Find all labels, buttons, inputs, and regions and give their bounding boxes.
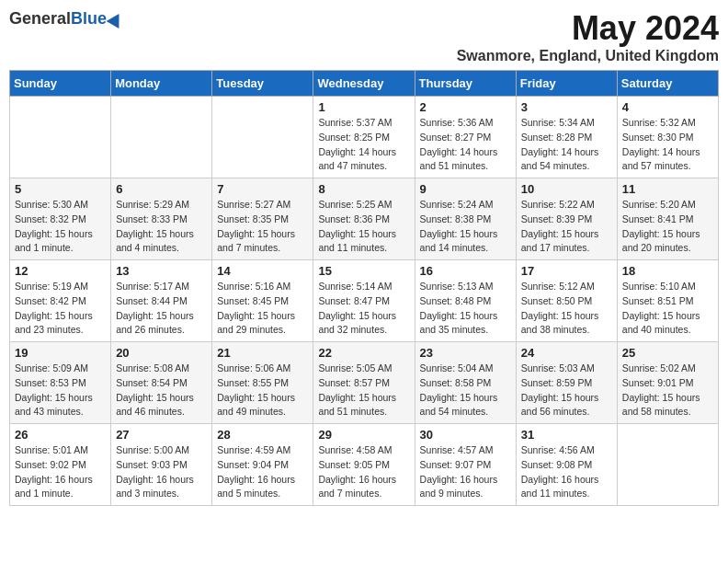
- day-number: 21: [217, 346, 308, 360]
- calendar-cell: 25Sunrise: 5:02 AM Sunset: 9:01 PM Dayli…: [617, 342, 718, 424]
- calendar-cell: 21Sunrise: 5:06 AM Sunset: 8:55 PM Dayli…: [212, 342, 313, 424]
- cell-sun-info: Sunrise: 5:14 AM Sunset: 8:47 PM Dayligh…: [318, 280, 409, 338]
- cell-sun-info: Sunrise: 5:16 AM Sunset: 8:45 PM Dayligh…: [217, 280, 308, 338]
- day-number: 6: [116, 182, 207, 196]
- cell-sun-info: Sunrise: 5:03 AM Sunset: 8:59 PM Dayligh…: [521, 362, 612, 419]
- day-number: 3: [521, 100, 612, 114]
- cell-sun-info: Sunrise: 5:27 AM Sunset: 8:35 PM Dayligh…: [217, 198, 308, 256]
- day-number: 29: [318, 428, 409, 442]
- calendar-cell: 9Sunrise: 5:24 AM Sunset: 8:38 PM Daylig…: [415, 178, 516, 260]
- cell-sun-info: Sunrise: 5:02 AM Sunset: 9:01 PM Dayligh…: [622, 362, 713, 419]
- weekday-header-row: SundayMondayTuesdayWednesdayThursdayFrid…: [10, 71, 719, 97]
- calendar-cell: 29Sunrise: 4:58 AM Sunset: 9:05 PM Dayli…: [313, 424, 415, 506]
- logo-general-text: General: [9, 9, 71, 29]
- cell-sun-info: Sunrise: 5:09 AM Sunset: 8:53 PM Dayligh…: [15, 362, 106, 419]
- page-header: General Blue May 2024 Swanmore, England,…: [9, 9, 719, 64]
- calendar-cell: 19Sunrise: 5:09 AM Sunset: 8:53 PM Dayli…: [10, 342, 111, 424]
- cell-sun-info: Sunrise: 5:10 AM Sunset: 8:51 PM Dayligh…: [622, 280, 713, 338]
- day-number: 13: [116, 264, 207, 278]
- calendar-cell: 22Sunrise: 5:05 AM Sunset: 8:57 PM Dayli…: [313, 342, 415, 424]
- calendar-cell: 1Sunrise: 5:37 AM Sunset: 8:25 PM Daylig…: [313, 97, 415, 178]
- day-number: 17: [521, 264, 612, 278]
- title-block: May 2024 Swanmore, England, United Kingd…: [457, 9, 719, 64]
- day-number: 18: [622, 264, 713, 278]
- day-number: 12: [15, 264, 106, 278]
- weekday-header-wednesday: Wednesday: [313, 71, 415, 97]
- day-number: 26: [15, 428, 106, 442]
- cell-sun-info: Sunrise: 5:24 AM Sunset: 8:38 PM Dayligh…: [420, 198, 511, 256]
- calendar-cell: 23Sunrise: 5:04 AM Sunset: 8:58 PM Dayli…: [415, 342, 516, 424]
- cell-sun-info: Sunrise: 5:20 AM Sunset: 8:41 PM Dayligh…: [622, 198, 713, 256]
- calendar-week-row: 26Sunrise: 5:01 AM Sunset: 9:02 PM Dayli…: [10, 424, 719, 506]
- cell-sun-info: Sunrise: 5:36 AM Sunset: 8:27 PM Dayligh…: [420, 116, 511, 174]
- calendar-cell: 15Sunrise: 5:14 AM Sunset: 8:47 PM Dayli…: [313, 260, 415, 342]
- calendar-cell: 3Sunrise: 5:34 AM Sunset: 8:28 PM Daylig…: [516, 97, 617, 178]
- logo-blue-text: Blue: [71, 9, 107, 29]
- month-title: May 2024: [457, 9, 719, 48]
- calendar-cell: 7Sunrise: 5:27 AM Sunset: 8:35 PM Daylig…: [212, 178, 313, 260]
- cell-sun-info: Sunrise: 4:57 AM Sunset: 9:07 PM Dayligh…: [420, 443, 511, 501]
- calendar-cell: [111, 97, 212, 178]
- day-number: 15: [318, 264, 409, 278]
- day-number: 27: [116, 428, 207, 442]
- cell-sun-info: Sunrise: 5:32 AM Sunset: 8:30 PM Dayligh…: [622, 116, 713, 174]
- day-number: 23: [420, 346, 511, 360]
- cell-sun-info: Sunrise: 5:30 AM Sunset: 8:32 PM Dayligh…: [15, 198, 106, 256]
- cell-sun-info: Sunrise: 5:13 AM Sunset: 8:48 PM Dayligh…: [420, 280, 511, 338]
- calendar-cell: 12Sunrise: 5:19 AM Sunset: 8:42 PM Dayli…: [10, 260, 111, 342]
- location-text: Swanmore, England, United Kingdom: [457, 48, 719, 64]
- cell-sun-info: Sunrise: 4:59 AM Sunset: 9:04 PM Dayligh…: [217, 443, 308, 501]
- calendar-cell: [617, 424, 718, 506]
- calendar-cell: 31Sunrise: 4:56 AM Sunset: 9:08 PM Dayli…: [516, 424, 617, 506]
- calendar-week-row: 5Sunrise: 5:30 AM Sunset: 8:32 PM Daylig…: [10, 178, 719, 260]
- calendar-week-row: 1Sunrise: 5:37 AM Sunset: 8:25 PM Daylig…: [10, 97, 719, 178]
- cell-sun-info: Sunrise: 4:56 AM Sunset: 9:08 PM Dayligh…: [521, 443, 612, 501]
- weekday-header-tuesday: Tuesday: [212, 71, 313, 97]
- calendar-cell: 26Sunrise: 5:01 AM Sunset: 9:02 PM Dayli…: [10, 424, 111, 506]
- calendar-cell: 20Sunrise: 5:08 AM Sunset: 8:54 PM Dayli…: [111, 342, 212, 424]
- calendar-cell: [212, 97, 313, 178]
- weekday-header-saturday: Saturday: [617, 71, 718, 97]
- cell-sun-info: Sunrise: 5:00 AM Sunset: 9:03 PM Dayligh…: [116, 443, 207, 501]
- calendar-week-row: 19Sunrise: 5:09 AM Sunset: 8:53 PM Dayli…: [10, 342, 719, 424]
- calendar-cell: 18Sunrise: 5:10 AM Sunset: 8:51 PM Dayli…: [617, 260, 718, 342]
- calendar-cell: 4Sunrise: 5:32 AM Sunset: 8:30 PM Daylig…: [617, 97, 718, 178]
- calendar-week-row: 12Sunrise: 5:19 AM Sunset: 8:42 PM Dayli…: [10, 260, 719, 342]
- calendar-cell: 8Sunrise: 5:25 AM Sunset: 8:36 PM Daylig…: [313, 178, 415, 260]
- day-number: 28: [217, 428, 308, 442]
- calendar-cell: 17Sunrise: 5:12 AM Sunset: 8:50 PM Dayli…: [516, 260, 617, 342]
- day-number: 8: [318, 182, 409, 196]
- day-number: 11: [622, 182, 713, 196]
- day-number: 9: [420, 182, 511, 196]
- cell-sun-info: Sunrise: 4:58 AM Sunset: 9:05 PM Dayligh…: [318, 443, 409, 501]
- day-number: 1: [318, 100, 409, 114]
- weekday-header-thursday: Thursday: [415, 71, 516, 97]
- calendar-cell: 16Sunrise: 5:13 AM Sunset: 8:48 PM Dayli…: [415, 260, 516, 342]
- cell-sun-info: Sunrise: 5:34 AM Sunset: 8:28 PM Dayligh…: [521, 116, 612, 174]
- cell-sun-info: Sunrise: 5:04 AM Sunset: 8:58 PM Dayligh…: [420, 362, 511, 419]
- day-number: 2: [420, 100, 511, 114]
- cell-sun-info: Sunrise: 5:29 AM Sunset: 8:33 PM Dayligh…: [116, 198, 207, 256]
- calendar-cell: 5Sunrise: 5:30 AM Sunset: 8:32 PM Daylig…: [10, 178, 111, 260]
- calendar-cell: 27Sunrise: 5:00 AM Sunset: 9:03 PM Dayli…: [111, 424, 212, 506]
- cell-sun-info: Sunrise: 5:06 AM Sunset: 8:55 PM Dayligh…: [217, 362, 308, 419]
- cell-sun-info: Sunrise: 5:12 AM Sunset: 8:50 PM Dayligh…: [521, 280, 612, 338]
- calendar-cell: 2Sunrise: 5:36 AM Sunset: 8:27 PM Daylig…: [415, 97, 516, 178]
- cell-sun-info: Sunrise: 5:17 AM Sunset: 8:44 PM Dayligh…: [116, 280, 207, 338]
- day-number: 25: [622, 346, 713, 360]
- cell-sun-info: Sunrise: 5:25 AM Sunset: 8:36 PM Dayligh…: [318, 198, 409, 256]
- day-number: 20: [116, 346, 207, 360]
- day-number: 10: [521, 182, 612, 196]
- logo-triangle-icon: [107, 9, 126, 28]
- day-number: 30: [420, 428, 511, 442]
- day-number: 14: [217, 264, 308, 278]
- day-number: 31: [521, 428, 612, 442]
- cell-sun-info: Sunrise: 5:01 AM Sunset: 9:02 PM Dayligh…: [15, 443, 106, 501]
- calendar-table: SundayMondayTuesdayWednesdayThursdayFrid…: [9, 70, 719, 506]
- cell-sun-info: Sunrise: 5:08 AM Sunset: 8:54 PM Dayligh…: [116, 362, 207, 419]
- day-number: 4: [622, 100, 713, 114]
- calendar-cell: 10Sunrise: 5:22 AM Sunset: 8:39 PM Dayli…: [516, 178, 617, 260]
- calendar-cell: 30Sunrise: 4:57 AM Sunset: 9:07 PM Dayli…: [415, 424, 516, 506]
- weekday-header-monday: Monday: [111, 71, 212, 97]
- calendar-cell: 28Sunrise: 4:59 AM Sunset: 9:04 PM Dayli…: [212, 424, 313, 506]
